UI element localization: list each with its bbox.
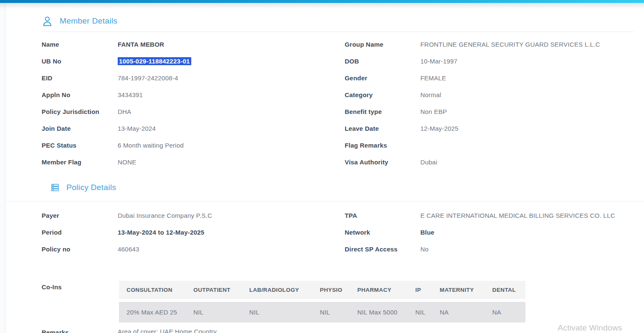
member-details-page: Member Details Name FANTA MEBOR UB No 10… bbox=[0, 0, 644, 333]
left-edge-strip bbox=[0, 3, 5, 333]
coins-header-cell: PHARMACY bbox=[350, 281, 408, 299]
field-row-pec-status: PEC Status 6 Month waiting Period bbox=[42, 137, 345, 153]
field-row-name: Name FANTA MEBOR bbox=[42, 36, 345, 53]
field-label: Visa Authority bbox=[345, 159, 420, 166]
activate-windows-watermark: Activate Windows bbox=[558, 323, 622, 333]
field-row-visa-authority: Visa Authority Dubai bbox=[345, 153, 634, 170]
field-row-join-date: Join Date 13-May-2024 bbox=[42, 120, 345, 137]
selected-text[interactable]: 1005-029-118842223-01 bbox=[118, 57, 191, 65]
field-label: Period bbox=[42, 229, 118, 236]
member-details-header: Member Details bbox=[42, 15, 634, 27]
coins-data-cell: NIL bbox=[242, 302, 312, 322]
field-value: FANTA MEBOR bbox=[118, 41, 164, 48]
field-label: Category bbox=[345, 91, 420, 98]
field-value: 6 Month waiting Period bbox=[118, 142, 184, 149]
member-fields: Name FANTA MEBOR UB No 1005-029-11884222… bbox=[42, 36, 634, 170]
field-value: FRONTLINE GENERAL SECURITY GUARD SERVICE… bbox=[420, 41, 600, 48]
field-label: UB No bbox=[42, 58, 118, 65]
field-row-ub-no: UB No 1005-029-118842223-01 bbox=[42, 53, 345, 69]
field-value: E CARE INTERNATIONAL MEDICAL BILLING SER… bbox=[420, 212, 615, 219]
field-value: 3434391 bbox=[118, 91, 143, 98]
field-value: 460643 bbox=[118, 246, 139, 253]
field-label: Leave Date bbox=[345, 125, 420, 132]
field-row-category: Category Normal bbox=[345, 86, 634, 103]
member-fields-right: Group Name FRONTLINE GENERAL SECURITY GU… bbox=[345, 36, 634, 170]
policy-header-divider bbox=[6, 201, 644, 201]
coins-header-cell: OUTPATIENT bbox=[186, 281, 242, 299]
coins-data-cell: NIL Max 5000 bbox=[350, 302, 408, 322]
list-icon bbox=[50, 183, 60, 192]
field-value: Dubai bbox=[420, 159, 437, 166]
field-row-direct-sp-access: Direct SP Access No bbox=[345, 240, 634, 257]
field-row-network: Network Blue bbox=[345, 224, 634, 240]
field-row-benefit-type: Benefit type Non EBP bbox=[345, 103, 634, 120]
top-accent-bar bbox=[0, 0, 644, 3]
field-value: 13-May-2024 bbox=[118, 125, 156, 132]
coins-label: Co-Ins bbox=[42, 278, 119, 325]
coins-data-row: 20% Max AED 25 NIL NIL NIL NIL Max 5000 … bbox=[119, 302, 525, 322]
field-row-gender: Gender FEMALE bbox=[345, 69, 634, 86]
coins-header-cell: PHYSIO bbox=[312, 281, 350, 299]
field-label: Benefit type bbox=[345, 108, 420, 115]
coins-header-cell: CONSULTATION bbox=[119, 281, 186, 299]
field-value: Normal bbox=[420, 91, 441, 98]
field-row-member-flag: Member Flag NONE bbox=[42, 153, 345, 170]
field-label: Gender bbox=[345, 74, 420, 82]
field-row-period: Period 13-May-2024 to 12-May-2025 bbox=[42, 224, 345, 240]
field-row-policy-jurisdiction: Policy Jurisdiction DHA bbox=[42, 103, 345, 120]
coins-header-row: CONSULTATION OUTPATIENT LAB/RADIOLOGY PH… bbox=[119, 281, 525, 299]
field-value: Blue bbox=[420, 229, 434, 236]
policy-fields-left: Payer Dubai Insurance Company P.S.C Peri… bbox=[42, 207, 345, 257]
remarks-value: Area of cover: UAE:Home Country bbox=[118, 328, 216, 333]
coins-data-cell: NA bbox=[485, 302, 525, 322]
field-label: Appln No bbox=[42, 91, 118, 98]
field-value: 13-May-2024 to 12-May-2025 bbox=[118, 229, 204, 236]
policy-details-header: Policy Details bbox=[42, 181, 634, 194]
field-label: TPA bbox=[345, 212, 420, 219]
field-value: No bbox=[420, 246, 429, 253]
coins-header-cell: DENTAL bbox=[485, 281, 525, 299]
coins-header-cell: IP bbox=[408, 281, 432, 299]
coins-data-cell: NIL bbox=[312, 302, 350, 322]
field-label: Join Date bbox=[42, 125, 118, 132]
field-row-leave-date: Leave Date 12-May-2025 bbox=[345, 120, 634, 137]
coins-header-cell: MATERNITY bbox=[432, 281, 485, 299]
field-value: 784-1997-2422008-4 bbox=[118, 74, 178, 82]
content-area: Member Details Name FANTA MEBOR UB No 10… bbox=[0, 3, 644, 333]
remarks-label: Remarks bbox=[42, 328, 118, 333]
coins-data-cell: NIL bbox=[408, 302, 432, 322]
field-row-group-name: Group Name FRONTLINE GENERAL SECURITY GU… bbox=[345, 36, 634, 53]
field-label: Group Name bbox=[345, 41, 420, 48]
policy-fields-right: TPA E CARE INTERNATIONAL MEDICAL BILLING… bbox=[345, 207, 634, 257]
coins-section: Co-Ins CONSULTATION OUTPATIENT LAB/RADIO… bbox=[42, 278, 634, 325]
field-label: Member Flag bbox=[42, 159, 118, 166]
policy-details-title: Policy Details bbox=[66, 183, 116, 192]
policy-fields: Payer Dubai Insurance Company P.S.C Peri… bbox=[42, 207, 634, 257]
coins-table: CONSULTATION OUTPATIENT LAB/RADIOLOGY PH… bbox=[119, 278, 525, 325]
field-value: 10-Mar-1997 bbox=[420, 58, 457, 65]
field-row-tpa: TPA E CARE INTERNATIONAL MEDICAL BILLING… bbox=[345, 207, 634, 224]
field-value: DHA bbox=[118, 108, 131, 115]
field-label: Direct SP Access bbox=[345, 246, 420, 253]
field-label: PEC Status bbox=[42, 142, 118, 149]
field-row-appln-no: Appln No 3434391 bbox=[42, 86, 345, 103]
field-row-eid: EID 784-1997-2422008-4 bbox=[42, 69, 345, 86]
coins-header-cell: LAB/RADIOLOGY bbox=[242, 281, 312, 299]
field-label: Network bbox=[345, 229, 420, 236]
field-value: 1005-029-118842223-01 bbox=[118, 58, 191, 65]
coins-data-cell: NA bbox=[432, 302, 485, 322]
field-value: Non EBP bbox=[420, 108, 447, 115]
person-icon bbox=[42, 16, 53, 27]
field-value: Dubai Insurance Company P.S.C bbox=[118, 212, 212, 219]
field-label: Payer bbox=[42, 212, 118, 219]
field-label: Flag Remarks bbox=[345, 142, 420, 149]
field-label: Name bbox=[42, 41, 118, 48]
remarks-row: Remarks Area of cover: UAE:Home Country bbox=[42, 328, 634, 333]
field-label: Policy no bbox=[42, 246, 118, 253]
coins-data-cell: 20% Max AED 25 bbox=[119, 302, 186, 322]
field-label: EID bbox=[42, 74, 118, 82]
field-row-payer: Payer Dubai Insurance Company P.S.C bbox=[42, 207, 345, 224]
coins-data-cell: NIL bbox=[186, 302, 242, 322]
field-label: Policy Jurisdiction bbox=[42, 108, 118, 115]
field-row-dob: DOB 10-Mar-1997 bbox=[345, 53, 634, 69]
